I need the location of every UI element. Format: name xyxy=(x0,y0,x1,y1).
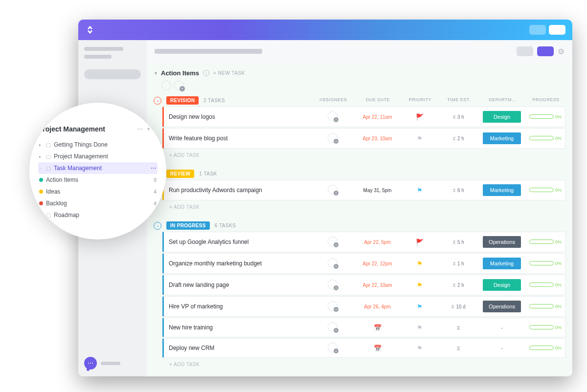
department-tag[interactable]: Design xyxy=(483,279,521,291)
due-date[interactable]: Apr 26, 4pm xyxy=(364,304,390,309)
list-item[interactable]: Ideas4 xyxy=(38,186,158,197)
add-assignee-icon[interactable] xyxy=(174,81,184,90)
progress-bar[interactable]: 0% xyxy=(529,188,562,193)
assignee-icon[interactable] xyxy=(328,280,338,289)
gear-icon[interactable]: ⚙ xyxy=(558,47,564,56)
priority-flag-icon[interactable]: 🚩 xyxy=(416,113,424,121)
folder-item[interactable]: ▸▢Project Management xyxy=(38,151,158,162)
status-label[interactable]: REVIEW xyxy=(166,170,194,178)
more-icon[interactable]: ⋯ xyxy=(151,165,157,172)
assignee-icon[interactable] xyxy=(328,133,338,143)
hourglass-icon[interactable]: ⧗ xyxy=(456,324,460,331)
priority-flag-icon[interactable]: ⚑ xyxy=(417,282,423,289)
search-placeholder[interactable] xyxy=(84,69,141,79)
folder-item[interactable]: –▢Task Management⋯ xyxy=(38,162,158,174)
department-tag[interactable]: Marketing xyxy=(483,184,521,196)
department-tag[interactable]: Design xyxy=(483,111,521,123)
topbar-button[interactable] xyxy=(549,25,565,35)
info-icon[interactable]: i xyxy=(203,70,209,76)
app-logo-icon[interactable] xyxy=(85,25,95,35)
progress-bar[interactable]: 0% xyxy=(529,325,562,330)
flag-icon[interactable]: ⚑ xyxy=(417,345,423,352)
task-row[interactable]: Write feature blog post Apr 23, 10am ⚑ 2… xyxy=(162,128,565,149)
add-task-button[interactable]: + ADD TASK xyxy=(169,201,565,213)
flag-icon[interactable]: ⚑ xyxy=(417,324,423,331)
priority-flag-icon[interactable]: ⚑ xyxy=(417,260,423,267)
col-dept[interactable]: DEPARTM... xyxy=(480,97,524,102)
list-item[interactable]: Action Items9 xyxy=(38,174,158,186)
status-dot-icon xyxy=(39,190,43,194)
due-date[interactable]: Apr 22, 12pm xyxy=(362,261,392,266)
collapse-icon[interactable]: ⌄ xyxy=(154,222,161,230)
folder-item[interactable]: ▸▢Getting Things Done xyxy=(38,139,158,151)
due-date[interactable]: Apr 22, 10am xyxy=(362,283,392,288)
progress-bar[interactable]: 0% xyxy=(529,283,562,287)
hourglass-icon[interactable]: ⧗ xyxy=(456,345,460,351)
progress-bar[interactable]: 0% xyxy=(529,304,562,309)
priority-flag-icon[interactable]: ⚑ xyxy=(417,187,423,194)
col-progress[interactable]: PROGRESS xyxy=(526,97,565,102)
department-tag[interactable]: Marketing xyxy=(483,258,521,269)
task-row[interactable]: Organize monthly marketing budget Apr 22… xyxy=(162,253,565,274)
due-date[interactable]: May 31, 5pm xyxy=(363,188,392,193)
progress-bar[interactable]: 0% xyxy=(529,136,562,141)
task-row[interactable]: New hire training 📅 ⚑ ⧗ - 0% xyxy=(162,318,565,337)
plus-icon[interactable]: + xyxy=(147,126,150,132)
add-task-button[interactable]: + ADD TASK xyxy=(169,150,565,161)
due-date[interactable]: Apr 23, 10am xyxy=(362,136,392,141)
list-item[interactable]: Backlog4 xyxy=(38,197,158,209)
due-date[interactable]: Apr 22, 11am xyxy=(362,114,392,120)
topbar-button[interactable] xyxy=(529,25,546,35)
col-assignees[interactable]: ASSIGNEES xyxy=(314,97,353,102)
time-estimate[interactable]: 2 h xyxy=(452,283,464,288)
department-tag[interactable]: Operations xyxy=(483,301,521,312)
department-tag[interactable]: Operations xyxy=(483,236,521,248)
assignee-placeholder-icon[interactable] xyxy=(161,81,171,90)
time-estimate[interactable]: 6 h xyxy=(452,188,464,193)
more-icon[interactable]: ⋯ xyxy=(137,126,143,132)
collapse-icon[interactable]: ⌄ xyxy=(154,97,161,105)
status-label[interactable]: IN PROGRESS xyxy=(166,221,210,230)
chat-icon[interactable] xyxy=(84,357,97,370)
add-task-button[interactable]: + ADD TASK xyxy=(169,359,565,370)
task-row[interactable]: Set up Google Analytics funnel Apr 22, 5… xyxy=(162,232,565,252)
time-estimate[interactable]: 2 h xyxy=(452,136,464,141)
status-label[interactable]: REVISION xyxy=(166,96,199,105)
progress-bar[interactable]: 0% xyxy=(529,261,562,266)
assignee-icon[interactable] xyxy=(328,343,338,352)
col-time[interactable]: TIME EST. xyxy=(439,97,478,102)
time-estimate[interactable]: 5 h xyxy=(452,240,464,245)
chevron-down-icon[interactable]: ▾ xyxy=(155,70,157,76)
time-estimate[interactable]: 10 d xyxy=(451,304,465,309)
toolbar-button[interactable] xyxy=(537,46,554,56)
toolbar-button[interactable] xyxy=(517,46,533,56)
time-estimate[interactable]: 3 h xyxy=(452,114,464,120)
task-row[interactable]: Run productivity Adwords campaign May 31… xyxy=(162,180,565,200)
task-row[interactable]: Deploy new CRM 📅 ⚑ ⧗ - 0% xyxy=(162,338,565,358)
task-row[interactable]: Draft new landing page Apr 22, 10am ⚑ 2 … xyxy=(162,275,565,295)
task-row[interactable]: Hire VP of marketing Apr 26, 4pm ⚑ 10 d … xyxy=(162,296,565,317)
assignee-icon[interactable] xyxy=(328,301,338,311)
new-task-button[interactable]: + NEW TASK xyxy=(213,70,245,76)
priority-flag-icon[interactable]: 🚩 xyxy=(416,239,424,246)
assignee-icon[interactable] xyxy=(328,237,338,246)
assignee-icon[interactable] xyxy=(328,258,338,268)
department-tag[interactable]: Marketing xyxy=(483,132,521,144)
calendar-icon[interactable]: 📅 xyxy=(374,324,382,331)
folder-item[interactable]: ▸▢Roadmap xyxy=(38,209,158,221)
time-estimate[interactable]: 1 h xyxy=(452,261,464,266)
progress-bar[interactable]: 0% xyxy=(529,346,562,350)
due-date[interactable]: Apr 22, 5pm xyxy=(364,240,390,245)
calendar-icon[interactable]: 📅 xyxy=(374,345,382,352)
toolbar: ⚙ xyxy=(147,40,572,63)
progress-bar[interactable]: 0% xyxy=(529,240,562,244)
task-row[interactable]: Design new logos Apr 22, 11am 🚩 3 h Desi… xyxy=(162,107,565,127)
assignee-icon[interactable] xyxy=(328,111,338,121)
assignee-icon[interactable] xyxy=(328,185,338,195)
col-due[interactable]: DUE DATE xyxy=(355,97,401,102)
progress-bar[interactable]: 0% xyxy=(529,114,562,119)
assignee-icon[interactable] xyxy=(328,322,338,332)
priority-flag-icon[interactable]: ⚑ xyxy=(417,135,423,142)
priority-flag-icon[interactable]: ⚑ xyxy=(417,303,423,310)
col-priority[interactable]: PRIORITY xyxy=(403,97,437,102)
